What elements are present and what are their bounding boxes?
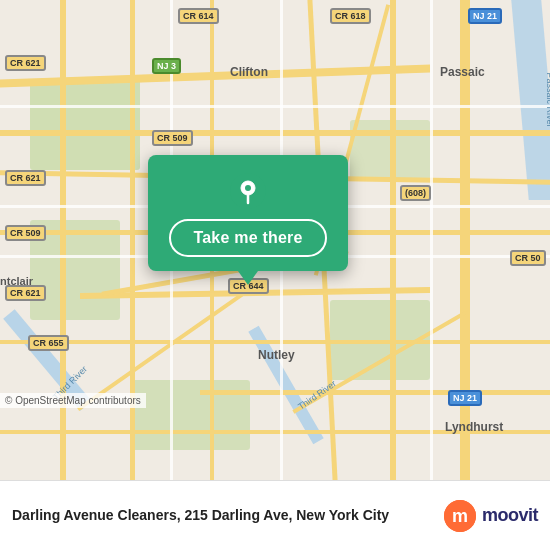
popup-card: Take me there xyxy=(148,155,348,271)
svg-text:m: m xyxy=(452,506,468,526)
park-area-1 xyxy=(30,80,140,170)
moovit-text: moovit xyxy=(482,505,538,526)
city-montclair: ntclair xyxy=(0,275,33,287)
badge-cr621-1: CR 621 xyxy=(5,55,46,71)
city-lyndhurst: Lyndhurst xyxy=(445,420,503,434)
city-nutley: Nutley xyxy=(258,348,295,362)
road-v1 xyxy=(60,0,66,480)
badge-608: (608) xyxy=(400,185,431,201)
badge-nj21-bot: NJ 21 xyxy=(448,390,482,406)
badge-cr50: CR 50 xyxy=(510,250,546,266)
badge-nj3: NJ 3 xyxy=(152,58,181,74)
badge-cr614: CR 614 xyxy=(178,8,219,24)
badge-cr621-3: CR 621 xyxy=(5,285,46,301)
map-container: CR 614 CR 618 NJ 21 CR 621 NJ 3 CR 509 C… xyxy=(0,0,550,480)
river-label-passaic: Passaic River xyxy=(545,72,550,127)
city-passaic: Passaic xyxy=(440,65,485,79)
local-road-6 xyxy=(430,0,433,480)
badge-cr509-2: CR 509 xyxy=(5,225,46,241)
location-pin-icon xyxy=(230,173,266,209)
badge-cr655: CR 655 xyxy=(28,335,69,351)
osm-credit: © OpenStreetMap contributors xyxy=(0,393,146,408)
location-title: Darling Avenue Cleaners, 215 Darling Ave… xyxy=(12,506,434,524)
city-clifton: Clifton xyxy=(230,65,268,79)
moovit-icon: m xyxy=(444,500,476,532)
road-v2 xyxy=(130,0,135,480)
svg-point-2 xyxy=(245,185,251,191)
road-v4 xyxy=(390,0,396,480)
badge-cr509-1: CR 509 xyxy=(152,130,193,146)
take-me-there-button[interactable]: Take me there xyxy=(169,219,326,257)
moovit-logo: m moovit xyxy=(444,500,538,532)
info-bar: Darling Avenue Cleaners, 215 Darling Ave… xyxy=(0,480,550,550)
badge-cr621-2: CR 621 xyxy=(5,170,46,186)
location-info: Darling Avenue Cleaners, 215 Darling Ave… xyxy=(12,506,434,524)
badge-cr618: CR 618 xyxy=(330,8,371,24)
local-road-1 xyxy=(0,105,550,108)
road-h7 xyxy=(200,390,550,395)
badge-nj21-top: NJ 21 xyxy=(468,8,502,24)
